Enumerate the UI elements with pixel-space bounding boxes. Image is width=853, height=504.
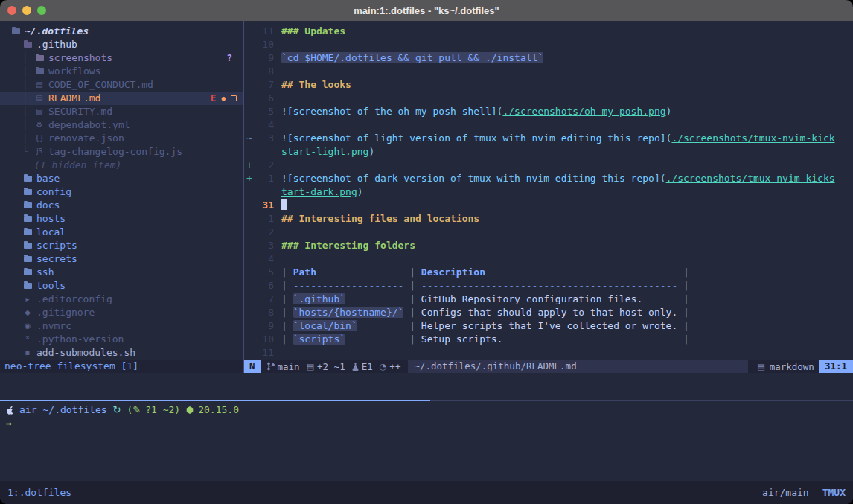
tmux-session-label: air/main [762, 487, 809, 498]
tree-item-secrets[interactable]: secrets [0, 252, 243, 266]
tree-item-renovate.json[interactable]: │{}renovate.json [0, 132, 243, 145]
tree-item-label: screenshots [48, 51, 112, 65]
tree-item-label: ssh [36, 266, 54, 279]
mode-indicator: N [244, 360, 261, 373]
tree-item-code-of-conduct.md[interactable]: │▤CODE_OF_CONDUCT.md [0, 78, 243, 92]
tree-item-ssh[interactable]: ssh [0, 266, 243, 279]
prompt-host: air [19, 403, 36, 417]
tree-item-label: add-submodules.sh [36, 346, 135, 360]
editor-line[interactable]: 11 [244, 346, 853, 360]
editor-line[interactable]: 2 [244, 226, 853, 239]
tree-item-dependabot.yml[interactable]: │⚙dependabot.yml [0, 118, 243, 132]
editor-line[interactable]: 5![screenshot of the oh-my-posh shell](.… [244, 105, 853, 118]
git-sign [244, 239, 255, 252]
editor-line[interactable]: start-light.png) [244, 145, 853, 159]
tree-item-label: .nvmrc [36, 319, 71, 333]
tree-item-label: local [36, 226, 66, 239]
editor-line[interactable]: 10 [244, 38, 853, 51]
line-number: 7 [255, 78, 281, 92]
folder-icon [22, 256, 33, 262]
editor-line[interactable]: 6 [244, 92, 853, 105]
tmux-window-item[interactable]: 1:.dotfiles [7, 487, 71, 498]
modified-dot-icon: ● [222, 92, 226, 105]
editor-line[interactable]: 3### Interesting folders [244, 239, 853, 252]
folder-icon [34, 68, 45, 74]
git-sign [244, 78, 255, 92]
tree-item-hosts[interactable]: hosts [0, 212, 243, 226]
braces-file-icon: {} [34, 132, 45, 145]
editor-line[interactable]: 7| `.github` | GitHub Repository configu… [244, 293, 853, 306]
editor-line[interactable]: 9| `local/bin` | Helper scripts that I'v… [244, 319, 853, 333]
editor-line[interactable]: 4 [244, 118, 853, 132]
indent-guide: │ [22, 51, 34, 65]
editor-line[interactable]: 9`cd $HOME/.dotfiles && git pull && ./in… [244, 51, 853, 65]
tree-item--.dotfiles[interactable]: ~/.dotfiles [0, 25, 243, 38]
editor-line[interactable]: 8| `hosts/{hostname}/` | Configs that sh… [244, 306, 853, 319]
tree-item-tools[interactable]: tools [0, 279, 243, 293]
tree-item-scripts[interactable]: scripts [0, 239, 243, 252]
git-sign [244, 293, 255, 306]
line-number: 6 [255, 92, 281, 105]
editor-line[interactable]: 7## The looks [244, 78, 853, 92]
line-number: 7 [255, 293, 281, 306]
folder-icon [22, 176, 33, 182]
tree-item-.python-version[interactable]: *.python-version [0, 333, 243, 346]
indent-guide: │ [22, 132, 34, 145]
tree-item-.editorconfig[interactable]: ▸.editorconfig [0, 293, 243, 306]
tree-item-tag-changelog-config.js[interactable]: └JStag-changelog-config.js [0, 145, 243, 159]
diagnostics-flask-icon [352, 363, 359, 371]
editor-line[interactable]: 10| `scripts` | Setup scripts. | [244, 333, 853, 346]
editor-line[interactable]: 8 [244, 65, 853, 78]
window-title: main:1:.dotfiles - "ks~/.dotfiles" [0, 5, 853, 16]
line-number: 3 [255, 239, 281, 252]
tree-item-label: secrets [36, 252, 77, 266]
git-sign [244, 105, 255, 118]
editor-line[interactable]: 1## Interesting files and locations [244, 212, 853, 226]
editor-panel: 11### Updates 10 9`cd $HOME/.dotfiles &&… [244, 21, 853, 373]
editor-line[interactable]: ~3![screenshot of light version of tmux … [244, 132, 853, 145]
editor-line[interactable]: 11### Updates [244, 25, 853, 38]
tree-item-readme.md[interactable]: │▤README.mdE● [0, 92, 243, 105]
tree-item-label: ~/.dotfiles [25, 25, 89, 38]
git-untracked-badge: ? [226, 51, 232, 65]
tree-item-config[interactable]: config [0, 185, 243, 199]
editor-buffer[interactable]: 11### Updates 10 9`cd $HOME/.dotfiles &&… [244, 21, 853, 360]
editor-line[interactable]: +1![screenshot of dark version of tmux w… [244, 172, 853, 185]
line-number: 9 [255, 51, 281, 65]
prompt-arrow-input[interactable]: → [6, 417, 12, 430]
tree-item-screenshots[interactable]: │screenshots? [0, 51, 243, 65]
tree-item-label: tools [36, 279, 66, 293]
filetype-label: markdown [770, 361, 814, 372]
tree-item-security.md[interactable]: │▤SECURITY.md [0, 105, 243, 118]
tree-item-label: (1 hidden item) [34, 159, 121, 172]
tree-item-.nvmrc[interactable]: ◉.nvmrc [0, 319, 243, 333]
tree-item-add-submodules.sh[interactable]: ▪add-submodules.sh [0, 346, 243, 360]
line-number: 3 [255, 132, 281, 145]
shell-pane[interactable]: air ~/.dotfiles ↻ ( ✎ ?1 ~2 ) 20.15.0 → [0, 401, 853, 481]
tree-item-workflows[interactable]: │workflows [0, 65, 243, 78]
star-file-icon: * [22, 333, 33, 346]
editor-line[interactable]: 6| ------------------- | ---------------… [244, 279, 853, 293]
tree-item-label: CODE_OF_CONDUCT.md [48, 78, 153, 92]
tree-item-.gitignore[interactable]: ◆.gitignore [0, 306, 243, 319]
tree-item-label: config [36, 185, 71, 199]
editor-line[interactable]: 4 [244, 252, 853, 266]
folder-icon [22, 216, 33, 222]
js-file-icon: JS [34, 145, 45, 159]
git-paren-close: ) [174, 403, 180, 417]
tree-item-local[interactable]: local [0, 226, 243, 239]
editor-line[interactable]: 5| Path | Description | [244, 266, 853, 279]
tree-item-base[interactable]: base [0, 172, 243, 185]
editor-line[interactable]: tart-dark.png) [244, 185, 853, 199]
command-line [0, 373, 853, 400]
editor-line[interactable]: +2 [244, 159, 853, 172]
line-number: 5 [255, 105, 281, 118]
indent-guide: │ [22, 78, 34, 92]
editor-line[interactable]: 31 [244, 199, 853, 212]
folder-icon [22, 283, 33, 289]
tree-item-.github[interactable]: .github [0, 38, 243, 51]
tree-item-docs[interactable]: docs [0, 199, 243, 212]
tree-item--1-hidden-item-[interactable]: (1 hidden item) [0, 159, 243, 172]
diagnostics-count: E1 [362, 361, 373, 372]
line-number: 8 [255, 306, 281, 319]
